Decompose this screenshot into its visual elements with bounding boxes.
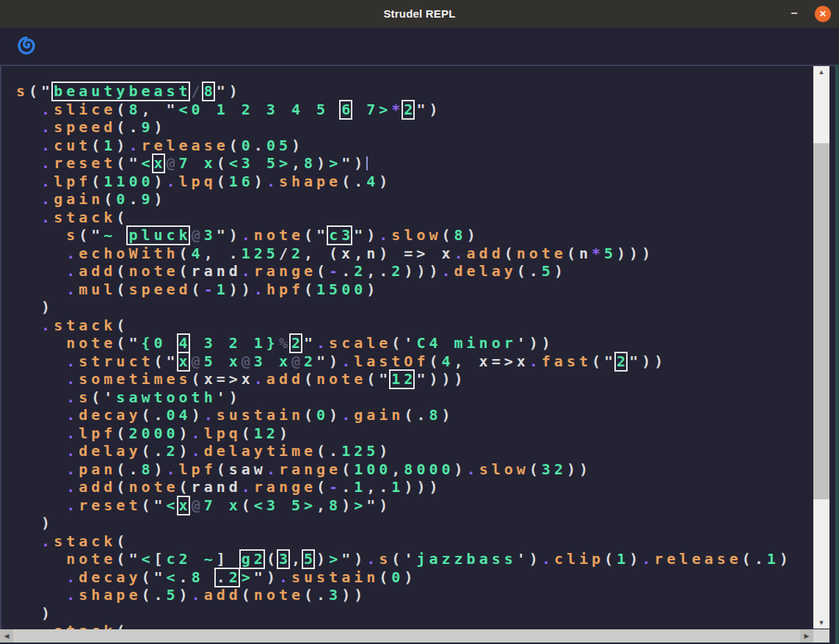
code-line: .add(note(rand.range(-.1,.1))) [16,478,792,496]
active-event-highlight: 5 [304,550,316,568]
active-event-highlight: 12 [391,370,416,388]
code-line: .speed(.9) [16,118,792,137]
active-event-highlight: .2 [217,568,241,586]
code-line: note("{0 4 3 2 1}%2".scale('C4 minor')) [16,334,792,352]
code-line: .s('sawtooth') [16,388,792,407]
vertical-scrollbar[interactable]: ▲ ▼ [813,66,829,629]
active-event-highlight: 2 [291,334,304,352]
code-line: .reset("<x@7 x(<3 5>,8)>") [16,496,792,515]
window-edge [835,65,839,644]
code-line: .reset("<x@7 x(<3 5>,8)>") [16,154,792,173]
code-line: .add(note(rand.range(-.2,.2))).delay(.5) [16,262,792,281]
scroll-up-arrow-icon[interactable]: ▲ [813,66,829,78]
code-line: s("~ pluck@3").note("c3").slow(8) [16,226,792,245]
code-line: .stack( [16,209,792,227]
code-line: .stack( [16,316,792,335]
scroll-down-arrow-icon[interactable]: ▼ [813,617,829,629]
active-event-highlight: 3 [279,550,291,568]
code-line: .delay(.2).delaytime(.125) [16,442,792,460]
active-event-highlight: 8 [204,82,217,100]
active-event-highlight: c3 [329,226,354,244]
code-line: .stack( [16,532,792,551]
titlebar: Strudel REPL – ✕ [0,0,839,28]
active-event-highlight: 4 [179,334,192,352]
code-line: .cut(1).release(0.05) [16,137,792,155]
code-line: .slice(8, "<0 1 2 3 4 5 6 7>*2") [16,101,792,119]
code-line: .decay("<.8 .2>").sustain(0) [16,568,792,587]
active-event-highlight: g2 [241,550,266,568]
active-event-highlight: x [154,154,167,172]
code-line: ) [16,604,792,623]
horizontal-scrollbar[interactable]: ◀ ▶ [0,629,813,643]
code-line: ) [16,298,792,316]
horizontal-scroll-thumb[interactable] [13,629,800,643]
code-line: .sometimes(x=>x.add(note("12"))) [16,370,792,388]
code-line: .mul(speed(-1)).hpf(1500) [16,281,792,299]
code-line: .shape(.5).add(note(.3)) [16,586,792,604]
code-line: s("beautybeast/8") [16,82,792,101]
toolbar [0,28,839,65]
code-line: ) [16,514,792,532]
code-content[interactable]: s("beautybeast/8") .slice(8, "<0 1 2 3 4… [1,66,792,629]
active-event-highlight: 6 [341,101,354,118]
scroll-right-arrow-icon[interactable]: ▶ [800,629,813,643]
minimize-button[interactable]: – [788,7,801,20]
code-line: .echoWith(4, .125/2, (x,n) => x.add(note… [16,245,792,263]
code-line: .stack( [16,622,792,629]
vertical-scroll-thumb[interactable] [813,143,829,499]
window-title: Strudel REPL [0,7,839,20]
code-line: .struct("x@5 x@3 x@2").lastOf(4, x=>x.fa… [16,352,792,371]
strudel-logo-icon[interactable] [17,35,36,56]
active-event-highlight: 2 [617,352,629,370]
text-cursor [366,156,368,170]
code-line: .decay(.04).sustain(0).gain(.8) [16,406,792,424]
active-event-highlight: 2 [404,101,416,118]
close-icon: ✕ [819,9,827,19]
code-line: .pan(.8).lpf(saw.range(100,8000).slow(32… [16,460,792,479]
active-event-highlight: beautybeast [54,82,191,100]
close-button[interactable]: ✕ [815,6,831,22]
code-line: .lpf(2000).lpq(12) [16,424,792,443]
code-line: .gain(0.9) [16,190,792,209]
code-line: .lpf(1100).lpq(16).shape(.4) [16,173,792,191]
scroll-left-arrow-icon[interactable]: ◀ [0,629,13,643]
active-event-highlight: x [179,352,192,370]
active-event-highlight: x [179,496,192,514]
scrollbar-corner [813,629,829,643]
code-editor[interactable]: s("beautybeast/8") .slice(8, "<0 1 2 3 4… [0,65,839,629]
active-event-highlight: pluck [128,226,191,244]
strudel-window: Strudel REPL – ✕ s("beautybeast/8") .sli… [0,0,839,644]
code-line: note("<[c2 ~] g2(3,5)>").s('jazzbass').c… [16,550,792,568]
